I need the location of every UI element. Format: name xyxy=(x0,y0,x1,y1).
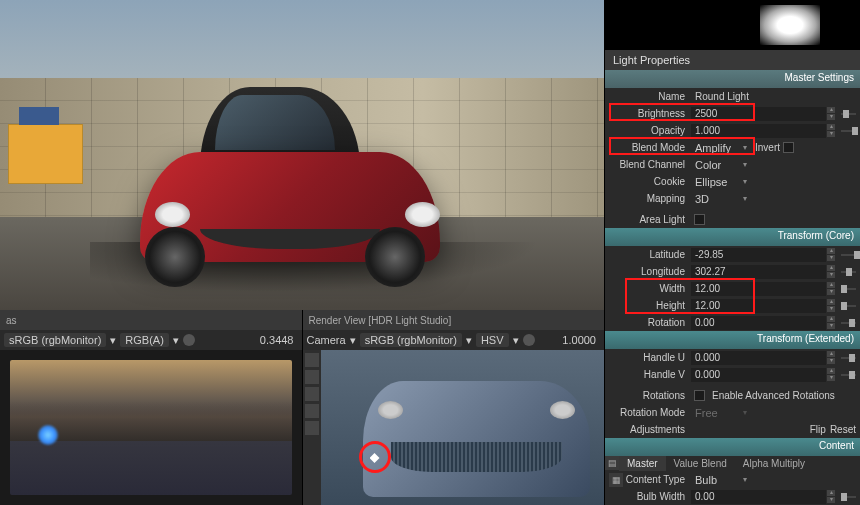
rotation-input[interactable] xyxy=(691,316,826,330)
section-transform-core: Transform (Core) xyxy=(605,228,860,246)
tool-move-icon[interactable] xyxy=(305,387,319,401)
mapping-label: Mapping xyxy=(609,193,691,204)
cookie-label: Cookie xyxy=(609,176,691,187)
blendchannel-dropdown[interactable]: Color xyxy=(691,158,751,172)
properties-panel: Light Properties Master Settings Name Ro… xyxy=(605,0,860,505)
env-light-marker[interactable] xyxy=(38,425,58,445)
tool-rotate-icon[interactable] xyxy=(305,370,319,384)
blendmode-dropdown[interactable]: Amplify xyxy=(691,141,751,155)
env-map-viewport[interactable] xyxy=(0,350,302,505)
handleu-label: Handle U xyxy=(609,352,691,363)
rv-mode-dropdown[interactable]: HSV xyxy=(476,333,509,347)
latitude-label: Latitude xyxy=(609,249,691,260)
content-menu-icon[interactable]: ▦ xyxy=(609,473,623,487)
blendmode-label: Blend Mode xyxy=(609,142,691,153)
render-view-panel: Render View [HDR Light Studio] Camera ▾ … xyxy=(303,310,606,505)
handleu-slider[interactable] xyxy=(841,357,856,359)
spinner-up-icon[interactable]: ▴ xyxy=(827,248,835,254)
opacity-slider[interactable] xyxy=(841,130,856,132)
invert-checkbox[interactable] xyxy=(783,142,794,153)
light-preview-thumb xyxy=(605,0,860,50)
rotations-label: Rotations xyxy=(609,390,691,401)
colorspace-dropdown[interactable]: sRGB (rgbMonitor) xyxy=(4,333,106,347)
brightness-label: Brightness xyxy=(609,108,691,119)
spinner-up-icon[interactable]: ▴ xyxy=(827,124,835,130)
gear-icon[interactable] xyxy=(523,334,535,346)
channel-dropdown[interactable]: RGB(A) xyxy=(120,333,169,347)
handlev-input[interactable] xyxy=(691,368,826,382)
contenttype-label: Content Type xyxy=(625,474,691,485)
tab-master[interactable]: Master xyxy=(619,456,666,471)
light-properties-title: Light Properties xyxy=(605,50,860,70)
tab-value-blend[interactable]: Value Blend xyxy=(666,456,735,471)
flip-button: Flip xyxy=(806,424,826,435)
rotation-label: Rotation xyxy=(609,317,691,328)
rotation-slider[interactable] xyxy=(841,322,856,324)
spinner-down-icon[interactable]: ▾ xyxy=(827,289,835,295)
gear-icon[interactable] xyxy=(183,334,195,346)
spinner-down-icon[interactable]: ▾ xyxy=(827,255,835,261)
spinner-up-icon[interactable]: ▴ xyxy=(827,351,835,357)
name-label: Name xyxy=(609,91,691,102)
render-view-header: Render View [HDR Light Studio] xyxy=(303,310,605,330)
handlev-slider[interactable] xyxy=(841,374,856,376)
section-transform-extended: Transform (Extended) xyxy=(605,331,860,349)
rotations-checkbox[interactable] xyxy=(694,390,705,401)
spinner-up-icon[interactable]: ▴ xyxy=(827,107,835,113)
camera-label: Camera xyxy=(307,334,346,346)
light-preview-image xyxy=(760,5,820,45)
spinner-up-icon[interactable]: ▴ xyxy=(827,368,835,374)
spinner-down-icon[interactable]: ▾ xyxy=(827,272,835,278)
name-value[interactable]: Round Light xyxy=(691,91,749,102)
spinner-up-icon[interactable]: ▴ xyxy=(827,282,835,288)
tool-pointer-icon[interactable] xyxy=(305,353,319,367)
annotation-circle xyxy=(359,441,391,473)
height-slider[interactable] xyxy=(841,305,856,307)
spinner-down-icon[interactable]: ▾ xyxy=(827,358,835,364)
arealight-checkbox[interactable] xyxy=(694,214,705,225)
reset-button: Reset xyxy=(826,424,856,435)
invert-label: Invert xyxy=(751,142,780,153)
spinner-up-icon[interactable]: ▴ xyxy=(827,299,835,305)
longitude-slider[interactable] xyxy=(841,271,856,273)
brightness-input[interactable] xyxy=(691,107,826,121)
rv-colorspace-dropdown[interactable]: sRGB (rgbMonitor) xyxy=(360,333,462,347)
cookie-dropdown[interactable]: Ellipse xyxy=(691,175,751,189)
spinner-down-icon[interactable]: ▾ xyxy=(827,323,835,329)
longitude-input[interactable] xyxy=(691,265,826,279)
brightness-slider[interactable] xyxy=(841,113,856,115)
latitude-slider[interactable] xyxy=(841,254,856,256)
spinner-down-icon[interactable]: ▾ xyxy=(827,375,835,381)
spinner-down-icon[interactable]: ▾ xyxy=(827,497,835,503)
handleu-input[interactable] xyxy=(691,351,826,365)
enable-adv-rotations-label: Enable Advanced Rotations xyxy=(708,390,835,401)
bulbwidth-input[interactable] xyxy=(691,490,826,504)
height-input[interactable] xyxy=(691,299,826,313)
mapping-dropdown[interactable]: 3D xyxy=(691,192,751,206)
longitude-label: Longitude xyxy=(609,266,691,277)
tab-alpha-multiply[interactable]: Alpha Multiply xyxy=(735,456,813,471)
blendchannel-label: Blend Channel xyxy=(609,159,691,170)
tab-collapse-icon[interactable]: ▤ xyxy=(605,456,619,470)
spinner-down-icon[interactable]: ▾ xyxy=(827,306,835,312)
contenttype-dropdown[interactable]: Bulb xyxy=(691,473,751,487)
width-slider[interactable] xyxy=(841,288,856,290)
spinner-down-icon[interactable]: ▾ xyxy=(827,131,835,137)
main-render-viewport[interactable] xyxy=(0,0,605,310)
width-label: Width xyxy=(609,283,691,294)
spinner-up-icon[interactable]: ▴ xyxy=(827,490,835,496)
width-input[interactable] xyxy=(691,282,826,296)
arealight-label: Area Light xyxy=(609,214,691,225)
bulbwidth-label: Bulb Width xyxy=(609,491,691,502)
tool-scale-icon[interactable] xyxy=(305,404,319,418)
spinner-down-icon[interactable]: ▾ xyxy=(827,114,835,120)
tool-column xyxy=(303,350,321,505)
spinner-up-icon[interactable]: ▴ xyxy=(827,265,835,271)
render-viewport[interactable] xyxy=(321,350,605,505)
scene-car xyxy=(120,87,460,287)
tool-light-icon[interactable] xyxy=(305,421,319,435)
spinner-up-icon[interactable]: ▴ xyxy=(827,316,835,322)
bulbwidth-slider[interactable] xyxy=(841,496,856,498)
latitude-input[interactable] xyxy=(691,248,826,262)
opacity-input[interactable] xyxy=(691,124,826,138)
